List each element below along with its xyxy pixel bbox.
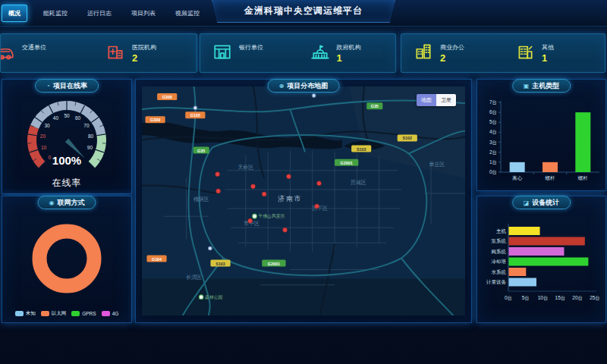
- svg-text:G35: G35: [371, 104, 379, 108]
- device-stats-bar-chart: 主机泵系统阀系统冷却塔水系统计量设备0台5台10台15台20台25台: [480, 209, 604, 316]
- svg-text:20台: 20台: [572, 295, 583, 301]
- stat-card-units-1: 交通单位医院机构2: [0, 33, 197, 73]
- svg-text:80: 80: [88, 133, 94, 139]
- svg-text:0台: 0台: [489, 169, 496, 175]
- district-label: 章丘区: [429, 162, 445, 167]
- legend-item-以太网[interactable]: 以太网: [41, 310, 67, 317]
- tab-视频监控[interactable]: 视频监控: [171, 7, 203, 20]
- svg-text:60: 60: [75, 115, 81, 121]
- host-type-bar-chart: 0台1台2台3台4台5台6台7台离心螺杆螺杆: [480, 96, 604, 186]
- legend-swatch: [15, 311, 24, 316]
- map-toggle-地图[interactable]: 地图: [417, 94, 436, 106]
- svg-text:7台: 7台: [489, 99, 496, 105]
- app-title-text: 金洲科瑞中央空调运维平台: [244, 5, 363, 16]
- svg-text:3台: 3台: [489, 140, 496, 146]
- svg-text:50: 50: [64, 113, 70, 118]
- svg-text:G2001: G2001: [268, 261, 280, 265]
- stat-label: 银行单位: [239, 43, 263, 52]
- legend-swatch: [71, 311, 80, 316]
- city-label: 济南市: [278, 195, 302, 202]
- svg-text:G104: G104: [152, 256, 162, 261]
- svg-text:螺杆: 螺杆: [545, 175, 555, 180]
- road-badge-G35: G35: [193, 147, 209, 154]
- stat-count: 2: [132, 53, 156, 63]
- stat-label: 政府机构: [337, 43, 361, 52]
- svg-text:G35: G35: [197, 148, 205, 152]
- panel-project-map-title: 项目分布地图: [287, 81, 328, 91]
- svg-text:4台: 4台: [489, 129, 496, 135]
- panel-device-stats-title: 设备统计: [532, 198, 559, 208]
- svg-text:0台: 0台: [504, 295, 511, 301]
- project-marker-icon[interactable]: [215, 172, 220, 177]
- svg-text:主机: 主机: [496, 228, 507, 234]
- project-marker-icon[interactable]: [248, 218, 253, 223]
- stat-item-商业办公: 商业办公2: [401, 42, 503, 64]
- svg-text:25台: 25台: [590, 295, 600, 301]
- office-icon: [414, 42, 433, 64]
- svg-text:G308: G308: [162, 95, 172, 99]
- network-legend: 未知以太网GPRS4G: [2, 310, 131, 317]
- legend-item-未知[interactable]: 未知: [15, 310, 36, 317]
- legend-swatch: [41, 311, 49, 316]
- road-badge-G35: G35: [366, 102, 382, 109]
- district-label: 槐荫区: [193, 196, 209, 202]
- project-marker-icon[interactable]: [315, 204, 319, 209]
- road-badge-S103: S103: [210, 260, 230, 267]
- svg-text:2台: 2台: [489, 149, 496, 155]
- panel-host-type: ▣ 主机类型 0台1台2台3台4台5台6台7台离心螺杆螺杆: [476, 79, 606, 191]
- svg-text:泵系统: 泵系统: [490, 238, 506, 244]
- panel-online-rate-header: ◔ 项目在线率: [35, 79, 99, 93]
- stat-count: 1: [542, 53, 554, 63]
- legend-label: 4G: [112, 311, 119, 316]
- svg-text:90: 90: [87, 145, 93, 150]
- station-marker-icon: [208, 246, 212, 250]
- station-marker-icon: [312, 94, 316, 98]
- svg-text:森林公园: 森林公园: [205, 295, 222, 300]
- tab-运行日志[interactable]: 运行日志: [83, 7, 115, 20]
- tab-概况[interactable]: 概况: [2, 5, 27, 22]
- project-marker-icon[interactable]: [317, 181, 322, 186]
- tab-能耗监控[interactable]: 能耗监控: [39, 7, 71, 20]
- legend-item-GPRS[interactable]: GPRS: [71, 310, 96, 317]
- hospital-icon: [105, 42, 125, 64]
- map-toggle-卫星[interactable]: 卫星: [436, 94, 456, 106]
- stat-count: [239, 53, 263, 63]
- panel-online-rate-title: 项目在线率: [53, 81, 87, 91]
- stat-item-医院机构: 医院机构2: [93, 42, 191, 64]
- stat-item-政府机构: 政府机构1: [298, 42, 396, 64]
- project-marker-icon[interactable]: [251, 184, 256, 189]
- svg-text:6台: 6台: [489, 109, 496, 115]
- network-icon: ◉: [49, 199, 55, 206]
- svg-text:10台: 10台: [537, 295, 548, 301]
- car-icon: [0, 42, 15, 64]
- app-title: 金洲科瑞中央空调运维平台: [212, 0, 395, 23]
- road-badge-G105: G105: [185, 111, 205, 118]
- stat-card-units-2: 银行单位政府机构1: [200, 33, 396, 73]
- project-marker-icon[interactable]: [287, 174, 291, 179]
- svg-text:千佛山风景区: 千佛山风景区: [257, 213, 285, 218]
- project-marker-icon[interactable]: [283, 228, 288, 232]
- svg-text:5台: 5台: [489, 119, 496, 125]
- svg-text:5台: 5台: [521, 295, 529, 301]
- svg-text:S102: S102: [403, 136, 413, 140]
- stat-card-units-3: 商业办公2其他1: [401, 33, 605, 73]
- road-badge-G2001: G2001: [335, 159, 358, 166]
- panel-project-map: ⊕ 项目分布地图: [135, 79, 472, 323]
- road-badge-G2001: G2001: [262, 260, 285, 267]
- legend-item-4G[interactable]: 4G: [102, 310, 119, 317]
- stat-item-交通单位: 交通单位: [0, 42, 93, 64]
- online-rate-label: 在线率: [2, 177, 131, 190]
- government-icon: [310, 42, 330, 64]
- district-label: 历下区: [312, 206, 328, 212]
- svg-text:G105: G105: [190, 113, 200, 118]
- project-marker-icon[interactable]: [262, 192, 266, 196]
- panel-device-stats: ◪ 设备统计 主机泵系统阀系统冷却塔水系统计量设备0台5台10台15台20台25…: [476, 196, 606, 323]
- tab-项目列表[interactable]: 项目列表: [127, 7, 159, 20]
- panel-network-type-header: ◉ 联网方式: [38, 196, 96, 209]
- svg-text:水系统: 水系统: [491, 269, 506, 275]
- map-type-toggle: 地图卫星: [417, 94, 456, 106]
- svg-text:15台: 15台: [555, 295, 565, 301]
- map-canvas[interactable]: G308G309G105G35G35S102S103G2001S103G2001…: [142, 86, 465, 315]
- network-donut-chart: [24, 216, 109, 301]
- project-marker-icon[interactable]: [216, 189, 221, 193]
